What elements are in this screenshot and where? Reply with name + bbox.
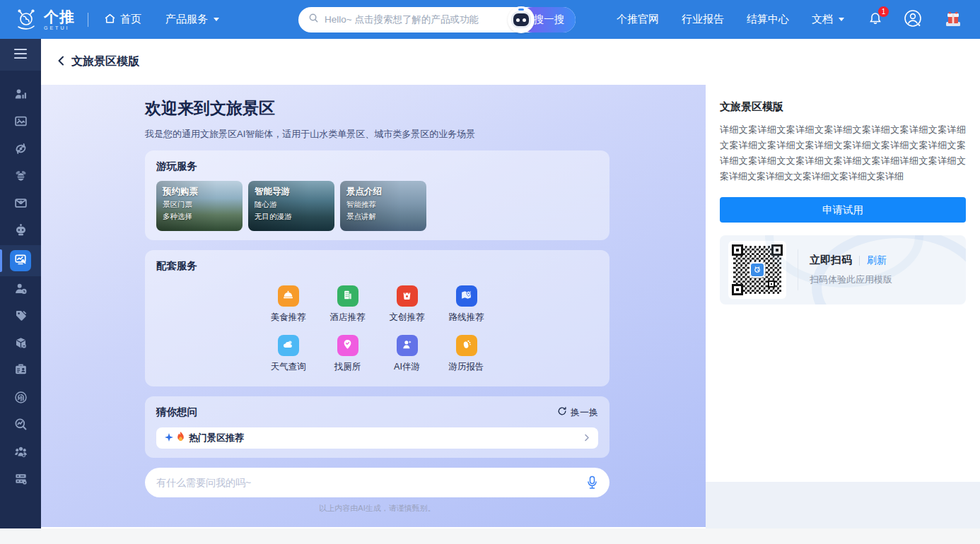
- sidebar-item-insight-search[interactable]: [0, 413, 41, 440]
- divider: [859, 256, 860, 266]
- sidebar-item-user-time[interactable]: [0, 276, 41, 304]
- qr-card: 立即扫码 刷新 扫码体验此应用模版: [720, 235, 966, 304]
- user-avatar[interactable]: [904, 9, 922, 30]
- brand-logo[interactable]: 个推 GETUI: [14, 8, 75, 31]
- welcome-title: 欢迎来到文旅景区: [145, 97, 609, 119]
- nav-home[interactable]: 首页: [104, 13, 141, 27]
- breadcrumb-bar: 文旅景区模版: [41, 39, 980, 85]
- chat-input[interactable]: [156, 477, 586, 488]
- page: 个推 GETUI 首页 产品服务 搜一搜 个推官网: [0, 0, 980, 544]
- collapse-menu-button[interactable]: [0, 39, 41, 71]
- gift-icon: [943, 18, 963, 30]
- service-travel-report[interactable]: 游历报告: [443, 335, 490, 373]
- play-services-card: 游玩服务 预约购票 景区门票 多种选择 智能导游 随心游 无目的漫游: [145, 150, 609, 240]
- shuffle-questions-button[interactable]: 换一换: [557, 406, 598, 419]
- service-culture[interactable]: 文创推荐: [384, 285, 431, 324]
- divider: [798, 249, 798, 290]
- play-card-ticket[interactable]: 预约购票 景区门票 多种选择: [156, 181, 243, 231]
- chevron-left-icon: [57, 56, 65, 69]
- user-analytics-icon: [14, 88, 28, 104]
- sidebar-item-bee[interactable]: [0, 164, 41, 191]
- user-group-icon: [14, 445, 28, 461]
- sidebar-item-data-monitor-active[interactable]: [0, 245, 41, 276]
- id-card-icon: [14, 363, 28, 379]
- brand-subtitle: GETUI: [44, 25, 75, 30]
- qr-refresh-link[interactable]: 刷新: [867, 254, 887, 267]
- brand-name: 个推: [44, 9, 75, 24]
- suggested-question[interactable]: 热门景区推荐: [156, 427, 598, 449]
- sidebar-item-tag[interactable]: [0, 304, 41, 331]
- snail-mascot-icon: [14, 8, 38, 31]
- service-food[interactable]: 美食推荐: [265, 285, 312, 324]
- fire-icon: [176, 432, 185, 444]
- nav-link-billing-center[interactable]: 结算中心: [747, 13, 789, 26]
- user-time-icon: [14, 282, 28, 298]
- gift-box[interactable]: [943, 8, 963, 31]
- notification-bell[interactable]: 1: [868, 11, 882, 28]
- service-toilet[interactable]: 找厕所: [325, 335, 371, 373]
- page-title: 文旅景区模版: [71, 54, 139, 69]
- template-info-panel: 文旅景区模版 详细文案详细文案详细文案详细文案详细文案详细文案详细文案详细文案详…: [706, 85, 980, 528]
- insight-search-icon: [14, 418, 28, 434]
- support-services-title: 配套服务: [156, 259, 598, 273]
- hamburger-icon: [13, 48, 28, 62]
- chat-input-bar: [145, 468, 609, 497]
- play-card-spots[interactable]: 景点介绍 智能推荐 景点讲解: [340, 181, 426, 231]
- ai-companion-icon: [401, 338, 413, 353]
- service-ai-companion[interactable]: AI伴游: [384, 335, 431, 373]
- service-route[interactable]: 路线推荐: [443, 285, 490, 324]
- mail-message-icon: [14, 196, 28, 213]
- refresh-icon: [557, 406, 567, 418]
- chevron-right-icon: [584, 432, 590, 444]
- sidebar-item-id-card[interactable]: [0, 358, 41, 386]
- support-services-grid: 美食推荐 酒店推荐 文创推荐: [265, 285, 490, 373]
- welcome-subtitle: 我是您的通用文旅景区AI智能体，适用于山水类单景区、城市类多景区的业务场景: [145, 128, 609, 141]
- search-icon: [308, 13, 319, 26]
- sidebar-item-package[interactable]: [0, 331, 41, 358]
- nav-products[interactable]: 产品服务: [165, 13, 219, 26]
- microphone-icon[interactable]: [586, 475, 598, 490]
- fingerprint-icon: [14, 391, 28, 407]
- play-card-guide[interactable]: 智能导游 随心游 无目的漫游: [248, 181, 334, 231]
- avatar-icon: [904, 18, 922, 30]
- template-title: 文旅景区模版: [720, 100, 966, 114]
- support-services-card: 配套服务 美食推荐 酒店推荐: [145, 250, 609, 386]
- package-icon: [14, 336, 28, 353]
- sidebar-item-user-group[interactable]: [0, 439, 41, 467]
- sidebar-item-fingerprint[interactable]: [0, 385, 41, 413]
- nav-docs-label: 文档: [812, 13, 833, 26]
- play-services-title: 游玩服务: [156, 160, 598, 173]
- sidebar-item-robot[interactable]: [0, 218, 41, 246]
- nav-link-industry-report[interactable]: 行业报告: [682, 13, 724, 26]
- sidebar-item-media-card[interactable]: [0, 110, 41, 137]
- bee-icon: [14, 169, 28, 185]
- nav-link-official-site[interactable]: 个推官网: [617, 13, 659, 26]
- sidebar-item-server[interactable]: [0, 467, 41, 495]
- sidebar-item-user-analytics[interactable]: [0, 82, 41, 110]
- scan-now-label: 立即扫码: [810, 254, 852, 267]
- sidebar-item-user-cycle[interactable]: [0, 136, 41, 164]
- media-card-icon: [14, 114, 28, 131]
- guess-ask-title: 猜你想问: [156, 406, 197, 419]
- back-button[interactable]: [57, 56, 65, 69]
- nav-divider: [88, 13, 88, 27]
- content-area: 欢迎来到文旅景区 我是您的通用文旅景区AI智能体，适用于山水类单景区、城市类多景…: [41, 85, 980, 528]
- apply-trial-button[interactable]: 申请试用: [720, 197, 966, 223]
- nav-home-label: 首页: [120, 13, 141, 26]
- qr-hint: 扫码体验此应用模版: [810, 273, 892, 286]
- data-monitor-icon: [14, 253, 27, 268]
- caret-down-icon: [839, 18, 844, 21]
- nav-search: 搜一搜: [298, 7, 576, 32]
- service-hotel[interactable]: 酒店推荐: [325, 285, 371, 324]
- toilet-pin-icon: [342, 338, 354, 353]
- footer-strip: [0, 528, 980, 544]
- guess-ask-card: 猜你想问 换一换: [145, 396, 609, 458]
- service-weather[interactable]: 天气查询: [265, 335, 312, 373]
- tag-icon: [14, 309, 28, 325]
- agent-preview-panel: 欢迎来到文旅景区 我是您的通用文旅景区AI智能体，适用于山水类单景区、城市类多景…: [41, 85, 706, 528]
- ai-disclaimer: 以上内容由AI生成，请谨慎甄别。: [145, 503, 609, 514]
- nav-docs[interactable]: 文档: [812, 13, 844, 26]
- nav-products-label: 产品服务: [165, 13, 208, 26]
- sidebar-item-mail[interactable]: [0, 191, 41, 218]
- nav-right: 个推官网 行业报告 结算中心 文档 1: [594, 8, 963, 31]
